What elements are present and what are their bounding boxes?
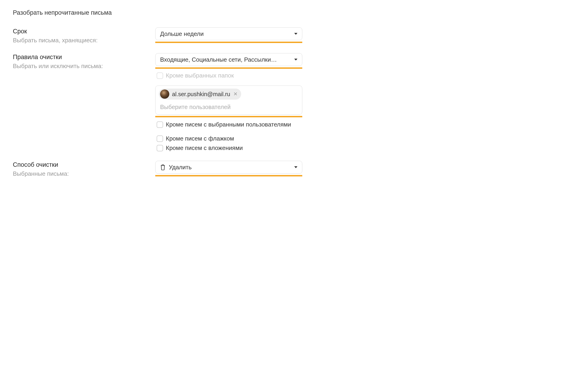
except-folders-checkbox[interactable] bbox=[157, 73, 163, 79]
except-flag-label: Кроме писем с флажком bbox=[166, 135, 234, 142]
folders-select[interactable]: Входящие, Социальные сети, Рассылки… bbox=[155, 53, 302, 66]
except-users-row: Кроме писем с выбранными пользователями bbox=[157, 120, 302, 129]
except-attach-row: Кроме писем с вложениями bbox=[157, 144, 302, 152]
rules-heading: Правила очистки bbox=[13, 54, 155, 61]
period-select-value: Дольше недели bbox=[160, 30, 294, 37]
except-flag-row: Кроме писем с флажком bbox=[157, 135, 302, 142]
highlight-bar bbox=[155, 116, 302, 117]
period-heading: Срок bbox=[13, 28, 155, 35]
method-sub: Выбранные письма: bbox=[13, 170, 155, 177]
page-title: Разобрать непрочитанные письма bbox=[13, 9, 575, 16]
rules-sub: Выбрать или исключить письма: bbox=[13, 63, 155, 70]
period-select[interactable]: Дольше недели bbox=[155, 27, 302, 40]
chevron-down-icon bbox=[294, 33, 297, 35]
highlight-bar bbox=[155, 42, 302, 43]
chevron-down-icon bbox=[294, 166, 297, 168]
except-flag-checkbox[interactable] bbox=[157, 135, 163, 142]
except-folders-label: Кроме выбранных папок bbox=[166, 72, 234, 79]
highlight-bar bbox=[155, 175, 302, 176]
section-method: Способ очистки Выбранные письма: Удалить bbox=[13, 161, 575, 177]
user-chip: al.ser.pushkin@mail.ru ✕ bbox=[159, 89, 241, 99]
except-attach-label: Кроме писем с вложениями bbox=[166, 144, 243, 152]
section-rules: Правила очистки Выбрать или исключить пи… bbox=[13, 53, 575, 152]
method-select-value: Удалить bbox=[169, 164, 294, 171]
users-placeholder: Выберите пользователей bbox=[159, 100, 299, 112]
highlight-bar bbox=[155, 67, 302, 69]
except-users-label: Кроме писем с выбранными пользователями bbox=[166, 120, 291, 129]
method-select[interactable]: Удалить bbox=[155, 161, 302, 174]
users-input-box[interactable]: al.ser.pushkin@mail.ru ✕ Выберите пользо… bbox=[155, 86, 302, 114]
except-folders-row: Кроме выбранных папок bbox=[157, 72, 302, 79]
trash-icon bbox=[160, 164, 166, 170]
remove-user-icon[interactable]: ✕ bbox=[233, 91, 238, 97]
period-sub: Выбрать письма, хранящиеся: bbox=[13, 37, 155, 44]
user-chip-email: al.ser.pushkin@mail.ru bbox=[172, 91, 230, 98]
except-attach-checkbox[interactable] bbox=[157, 145, 163, 151]
chevron-down-icon bbox=[294, 59, 297, 61]
avatar bbox=[160, 90, 169, 99]
except-users-checkbox[interactable] bbox=[157, 121, 163, 128]
section-period: Срок Выбрать письма, хранящиеся: Дольше … bbox=[13, 27, 575, 44]
folders-select-value: Входящие, Социальные сети, Рассылки… bbox=[160, 56, 294, 63]
method-heading: Способ очистки bbox=[13, 161, 155, 168]
